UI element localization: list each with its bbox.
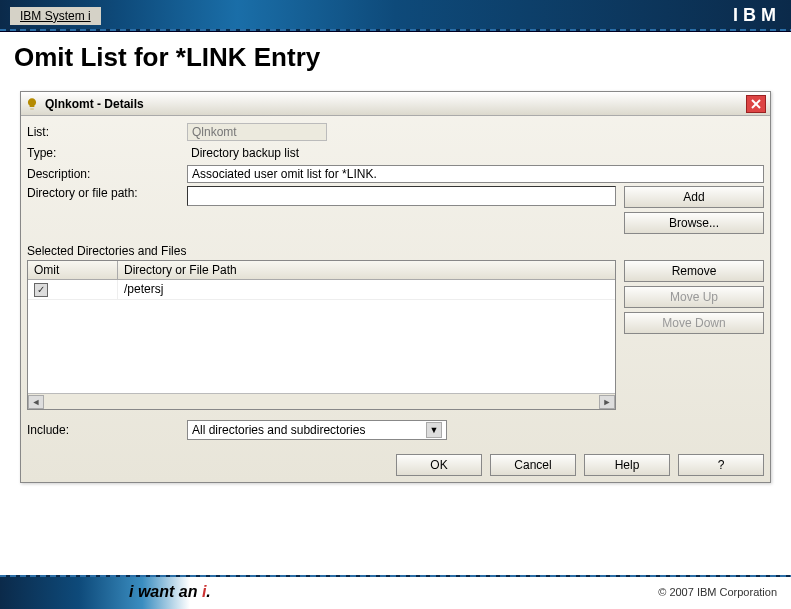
dialog-footer: OK Cancel Help ? — [21, 448, 770, 482]
dialog-body: List: Qlnkomt Type: Directory backup lis… — [21, 116, 770, 448]
col-header-path[interactable]: Directory or File Path — [118, 261, 615, 279]
path-input[interactable] — [187, 186, 616, 206]
description-value: Associated user omit list for *LINK. — [187, 165, 764, 183]
help-button[interactable]: Help — [584, 454, 670, 476]
top-banner: IBM System i IBM — [0, 0, 791, 32]
list-value: Qlnkomt — [187, 123, 327, 141]
path-label: Directory or file path: — [27, 186, 187, 200]
add-button[interactable]: Add — [624, 186, 764, 208]
files-table: Omit Directory or File Path ✓ /petersj ◄… — [27, 260, 616, 410]
lightbulb-icon — [25, 97, 39, 111]
include-select[interactable]: All directories and subdirectories ▼ — [187, 420, 447, 440]
tagline: i want an i. — [129, 583, 211, 601]
row-path: /petersj — [118, 280, 615, 299]
horizontal-scrollbar[interactable]: ◄ ► — [28, 393, 615, 409]
page-title: Omit List for *LINK Entry — [0, 32, 791, 91]
omit-checkbox[interactable]: ✓ — [34, 283, 48, 297]
move-up-button: Move Up — [624, 286, 764, 308]
description-label: Description: — [27, 167, 187, 181]
type-label: Type: — [27, 146, 187, 160]
move-down-button: Move Down — [624, 312, 764, 334]
dialog-titlebar: Qlnkomt - Details — [21, 92, 770, 116]
details-dialog: Qlnkomt - Details List: Qlnkomt Type: Di… — [20, 91, 771, 483]
col-header-omit[interactable]: Omit — [28, 261, 118, 279]
type-value: Directory backup list — [187, 144, 764, 162]
include-label: Include: — [27, 423, 187, 437]
remove-button[interactable]: Remove — [624, 260, 764, 282]
dialog-title: Qlnkomt - Details — [45, 97, 144, 111]
context-help-button[interactable]: ? — [678, 454, 764, 476]
copyright: © 2007 IBM Corporation — [658, 586, 777, 598]
footer-bar: i want an i. © 2007 IBM Corporation — [0, 575, 791, 609]
cancel-button[interactable]: Cancel — [490, 454, 576, 476]
include-selected-value: All directories and subdirectories — [192, 423, 365, 437]
browse-button[interactable]: Browse... — [624, 212, 764, 234]
scroll-right-icon[interactable]: ► — [599, 395, 615, 409]
ok-button[interactable]: OK — [396, 454, 482, 476]
ibm-logo: IBM — [733, 5, 781, 26]
close-button[interactable] — [746, 95, 766, 113]
list-label: List: — [27, 125, 187, 139]
chevron-down-icon[interactable]: ▼ — [426, 422, 442, 438]
selected-section-label: Selected Directories and Files — [27, 244, 764, 258]
table-row[interactable]: ✓ /petersj — [28, 280, 615, 300]
breadcrumb[interactable]: IBM System i — [10, 7, 101, 25]
scroll-left-icon[interactable]: ◄ — [28, 395, 44, 409]
